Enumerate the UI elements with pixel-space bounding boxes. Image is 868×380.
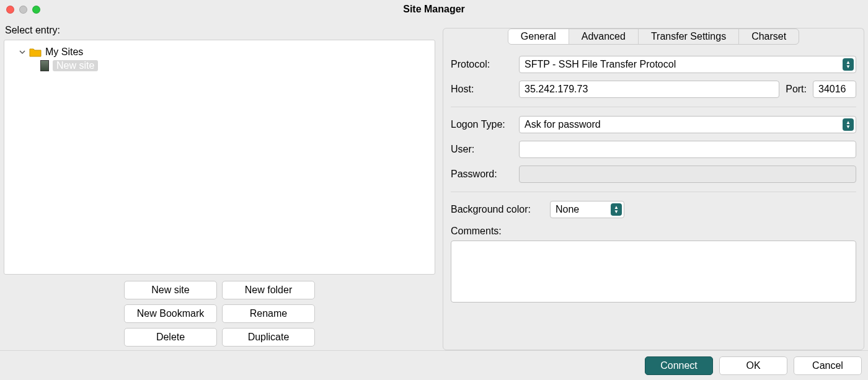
updown-icon: ▲▼ (611, 203, 622, 216)
tree-root-label: My Sites (45, 46, 83, 58)
updown-icon: ▲▼ (843, 58, 854, 71)
tab-bar: General Advanced Transfer Settings Chars… (508, 29, 799, 45)
ok-button[interactable]: OK (719, 356, 787, 375)
maximize-window-button[interactable] (32, 6, 40, 14)
window-title: Site Manager (0, 4, 868, 15)
server-icon (40, 60, 49, 71)
password-label: Password: (451, 169, 513, 180)
new-bookmark-button[interactable]: New Bookmark (124, 304, 217, 323)
select-entry-label: Select entry: (4, 22, 435, 40)
comments-label: Comments: (451, 226, 856, 237)
protocol-select[interactable]: SFTP - SSH File Transfer Protocol ▲▼ (519, 56, 856, 73)
duplicate-button[interactable]: Duplicate (222, 328, 315, 347)
tree-root-row[interactable]: My Sites (8, 45, 431, 59)
password-input (519, 166, 856, 183)
protocol-label: Protocol: (451, 59, 513, 70)
port-label: Port: (786, 84, 807, 95)
port-input[interactable] (813, 81, 856, 98)
site-tree[interactable]: My Sites New site (4, 40, 435, 275)
new-folder-button[interactable]: New folder (222, 281, 315, 299)
tab-general[interactable]: General (508, 29, 569, 44)
bgcolor-label: Background color: (451, 204, 544, 215)
tree-item-label: New site (53, 60, 98, 71)
connect-button[interactable]: Connect (645, 356, 713, 375)
delete-button[interactable]: Delete (124, 328, 217, 347)
updown-icon: ▲▼ (843, 118, 854, 131)
close-window-button[interactable] (6, 6, 14, 14)
chevron-down-icon[interactable] (19, 46, 25, 58)
general-panel: Protocol: SFTP - SSH File Transfer Proto… (443, 39, 864, 350)
bgcolor-select[interactable]: None ▲▼ (550, 201, 624, 218)
rename-button[interactable]: Rename (222, 304, 315, 323)
user-label: User: (451, 144, 513, 155)
host-input[interactable] (519, 81, 779, 98)
titlebar: Site Manager (0, 0, 868, 19)
minimize-window-button[interactable] (19, 6, 27, 14)
protocol-value: SFTP - SSH File Transfer Protocol (525, 59, 676, 69)
tab-transfer-settings[interactable]: Transfer Settings (639, 29, 739, 44)
tab-advanced[interactable]: Advanced (569, 29, 639, 44)
host-label: Host: (451, 84, 513, 95)
logon-type-value: Ask for password (525, 119, 601, 130)
comments-textarea[interactable] (451, 241, 856, 303)
dialog-footer: Connect OK Cancel (0, 350, 868, 380)
new-site-button[interactable]: New site (124, 281, 217, 299)
folder-icon (29, 47, 42, 57)
tree-item-new-site[interactable]: New site (8, 59, 431, 73)
user-input[interactable] (519, 141, 856, 158)
logon-type-label: Logon Type: (451, 119, 513, 130)
cancel-button[interactable]: Cancel (794, 356, 862, 375)
tab-charset[interactable]: Charset (739, 29, 799, 44)
logon-type-select[interactable]: Ask for password ▲▼ (519, 116, 856, 133)
bgcolor-value: None (556, 204, 579, 214)
